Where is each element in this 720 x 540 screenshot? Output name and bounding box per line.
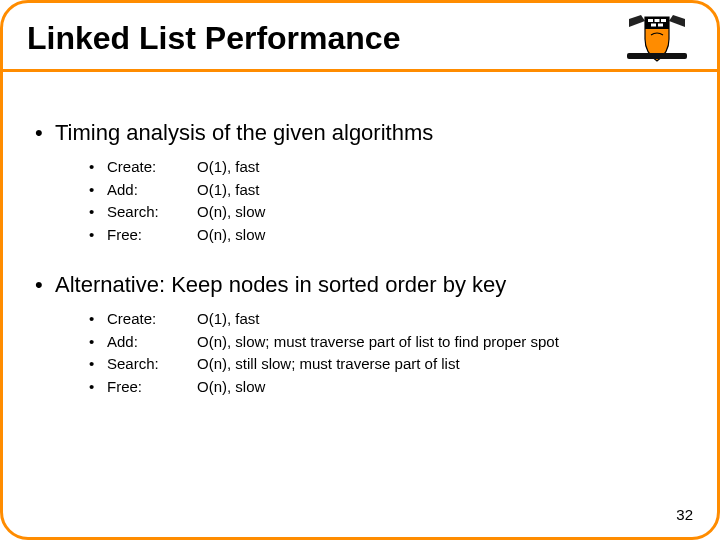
list-item: • Add: O(n), slow; must traverse part of…	[89, 331, 685, 354]
svg-rect-6	[627, 53, 687, 59]
page-number: 32	[676, 506, 693, 523]
op-value: O(n), slow	[197, 376, 685, 399]
op-label: Create:	[107, 156, 197, 179]
op-value: O(1), fast	[197, 156, 685, 179]
bullet-icon: •	[89, 156, 107, 179]
slide-title: Linked List Performance	[27, 20, 400, 57]
svg-rect-5	[658, 24, 663, 27]
svg-rect-0	[645, 17, 669, 29]
bullet-icon: •	[89, 308, 107, 331]
bullet-heading-2: Alternative: Keep nodes in sorted order …	[35, 272, 685, 298]
title-row: Linked List Performance	[3, 3, 717, 69]
list-item: • Add: O(1), fast	[89, 179, 685, 202]
list-item: • Create: O(1), fast	[89, 156, 685, 179]
bullet-list-2: • Create: O(1), fast • Add: O(n), slow; …	[89, 308, 685, 398]
list-item: • Free: O(n), slow	[89, 224, 685, 247]
bullet-icon: •	[89, 201, 107, 224]
princeton-shield-icon	[621, 13, 693, 63]
op-label: Create:	[107, 308, 197, 331]
bullet-list-1: • Create: O(1), fast • Add: O(1), fast •…	[89, 156, 685, 246]
op-value: O(n), slow	[197, 224, 685, 247]
svg-rect-3	[661, 19, 666, 22]
bullet-icon: •	[89, 224, 107, 247]
op-value: O(1), fast	[197, 308, 685, 331]
op-value: O(n), slow; must traverse part of list t…	[197, 331, 685, 354]
op-label: Search:	[107, 201, 197, 224]
svg-rect-2	[655, 19, 660, 22]
op-label: Free:	[107, 224, 197, 247]
slide: Linked List Performance Timing analysis …	[0, 0, 720, 540]
list-item: • Create: O(1), fast	[89, 308, 685, 331]
svg-rect-1	[648, 19, 653, 22]
list-item: • Free: O(n), slow	[89, 376, 685, 399]
op-value: O(n), slow	[197, 201, 685, 224]
svg-rect-4	[651, 24, 656, 27]
bullet-icon: •	[89, 353, 107, 376]
slide-body: Timing analysis of the given algorithms …	[3, 72, 717, 398]
op-label: Search:	[107, 353, 197, 376]
op-value: O(1), fast	[197, 179, 685, 202]
bullet-heading-1: Timing analysis of the given algorithms	[35, 120, 685, 146]
op-label: Free:	[107, 376, 197, 399]
list-item: • Search: O(n), still slow; must travers…	[89, 353, 685, 376]
op-label: Add:	[107, 331, 197, 354]
list-item: • Search: O(n), slow	[89, 201, 685, 224]
bullet-icon: •	[89, 179, 107, 202]
op-value: O(n), still slow; must traverse part of …	[197, 353, 685, 376]
bullet-icon: •	[89, 376, 107, 399]
bullet-icon: •	[89, 331, 107, 354]
op-label: Add:	[107, 179, 197, 202]
